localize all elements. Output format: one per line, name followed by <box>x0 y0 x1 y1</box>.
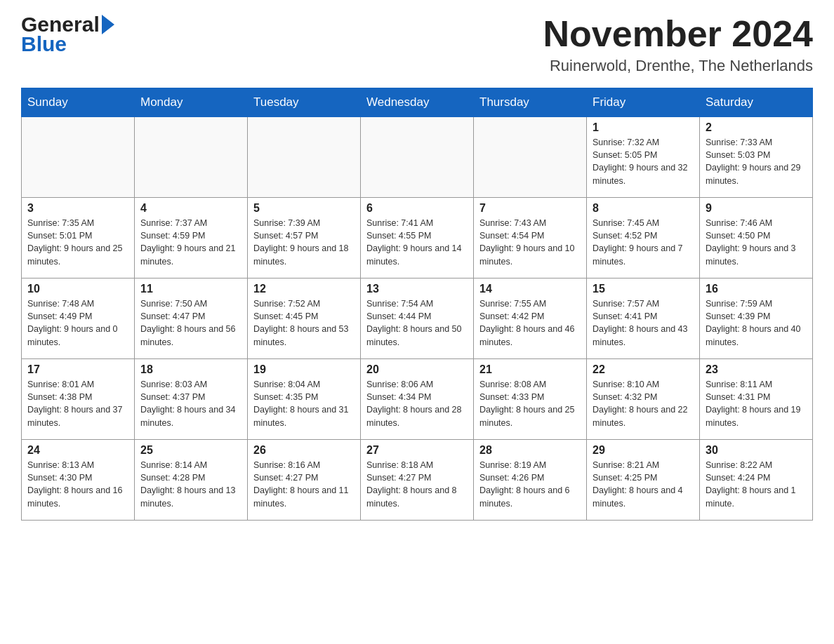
day-info: Sunrise: 8:18 AMSunset: 4:27 PMDaylight:… <box>366 459 468 510</box>
day-info: Sunrise: 7:45 AMSunset: 4:52 PMDaylight:… <box>593 217 694 268</box>
calendar-cell: 5Sunrise: 7:39 AMSunset: 4:57 PMDaylight… <box>248 198 361 279</box>
day-info: Sunrise: 8:13 AMSunset: 4:30 PMDaylight:… <box>27 459 128 510</box>
day-info: Sunrise: 7:37 AMSunset: 4:59 PMDaylight:… <box>140 217 241 268</box>
calendar-cell: 7Sunrise: 7:43 AMSunset: 4:54 PMDaylight… <box>474 198 587 279</box>
weekday-header-monday: Monday <box>135 88 248 117</box>
weekday-header-saturday: Saturday <box>700 88 813 117</box>
day-info: Sunrise: 7:50 AMSunset: 4:47 PMDaylight:… <box>140 297 241 349</box>
day-info: Sunrise: 7:59 AMSunset: 4:39 PMDaylight:… <box>706 297 807 349</box>
calendar-table: SundayMondayTuesdayWednesdayThursdayFrid… <box>21 88 813 521</box>
day-number: 2 <box>706 121 807 134</box>
calendar-cell: 1Sunrise: 7:32 AMSunset: 5:05 PMDaylight… <box>587 117 700 198</box>
day-number: 23 <box>706 363 807 376</box>
day-number: 12 <box>253 283 355 295</box>
calendar-cell <box>248 117 361 198</box>
weekday-header-row: SundayMondayTuesdayWednesdayThursdayFrid… <box>22 88 813 117</box>
day-number: 3 <box>27 202 128 215</box>
calendar-cell: 27Sunrise: 8:18 AMSunset: 4:27 PMDayligh… <box>361 440 474 521</box>
day-number: 29 <box>593 444 694 457</box>
day-number: 1 <box>593 121 694 134</box>
day-number: 13 <box>366 283 468 295</box>
header: General Blue November 2024 Ruinerwold, D… <box>21 14 813 75</box>
day-info: Sunrise: 8:11 AMSunset: 4:31 PMDaylight:… <box>706 378 807 429</box>
calendar-cell: 4Sunrise: 7:37 AMSunset: 4:59 PMDaylight… <box>135 198 248 279</box>
day-info: Sunrise: 7:52 AMSunset: 4:45 PMDaylight:… <box>253 297 355 349</box>
day-number: 4 <box>140 202 241 215</box>
calendar-cell <box>22 117 135 198</box>
day-info: Sunrise: 8:08 AMSunset: 4:33 PMDaylight:… <box>479 378 581 429</box>
day-number: 7 <box>479 202 581 215</box>
calendar-cell: 18Sunrise: 8:03 AMSunset: 4:37 PMDayligh… <box>135 359 248 440</box>
weekday-header-tuesday: Tuesday <box>248 88 361 117</box>
calendar-cell: 11Sunrise: 7:50 AMSunset: 4:47 PMDayligh… <box>135 279 248 359</box>
calendar-cell: 26Sunrise: 8:16 AMSunset: 4:27 PMDayligh… <box>248 440 361 521</box>
day-info: Sunrise: 7:32 AMSunset: 5:05 PMDaylight:… <box>593 136 694 187</box>
day-number: 6 <box>366 202 468 215</box>
day-info: Sunrise: 8:14 AMSunset: 4:28 PMDaylight:… <box>140 459 241 510</box>
week-row-4: 17Sunrise: 8:01 AMSunset: 4:38 PMDayligh… <box>22 359 813 440</box>
calendar-cell: 23Sunrise: 8:11 AMSunset: 4:31 PMDayligh… <box>700 359 813 440</box>
day-number: 30 <box>706 444 807 457</box>
day-info: Sunrise: 7:46 AMSunset: 4:50 PMDaylight:… <box>706 217 807 268</box>
day-info: Sunrise: 8:19 AMSunset: 4:26 PMDaylight:… <box>479 459 581 510</box>
day-info: Sunrise: 7:55 AMSunset: 4:42 PMDaylight:… <box>479 297 581 349</box>
calendar-cell: 20Sunrise: 8:06 AMSunset: 4:34 PMDayligh… <box>361 359 474 440</box>
week-row-1: 1Sunrise: 7:32 AMSunset: 5:05 PMDaylight… <box>22 117 813 198</box>
day-number: 14 <box>479 283 581 295</box>
weekday-header-wednesday: Wednesday <box>361 88 474 117</box>
day-number: 18 <box>140 363 241 376</box>
day-info: Sunrise: 7:54 AMSunset: 4:44 PMDaylight:… <box>366 297 468 349</box>
logo-blue-text: Blue <box>21 32 114 56</box>
weekday-header-thursday: Thursday <box>474 88 587 117</box>
day-number: 28 <box>479 444 581 457</box>
day-info: Sunrise: 7:41 AMSunset: 4:55 PMDaylight:… <box>366 217 468 268</box>
logo-arrow-icon <box>102 15 114 34</box>
calendar-cell <box>361 117 474 198</box>
calendar-cell: 6Sunrise: 7:41 AMSunset: 4:55 PMDaylight… <box>361 198 474 279</box>
calendar-cell: 3Sunrise: 7:35 AMSunset: 5:01 PMDaylight… <box>22 198 135 279</box>
day-number: 10 <box>27 283 128 295</box>
calendar-cell: 17Sunrise: 8:01 AMSunset: 4:38 PMDayligh… <box>22 359 135 440</box>
day-number: 8 <box>593 202 694 215</box>
calendar-cell: 19Sunrise: 8:04 AMSunset: 4:35 PMDayligh… <box>248 359 361 440</box>
day-info: Sunrise: 8:16 AMSunset: 4:27 PMDaylight:… <box>253 459 355 510</box>
day-info: Sunrise: 7:35 AMSunset: 5:01 PMDaylight:… <box>27 217 128 268</box>
day-number: 15 <box>593 283 694 295</box>
day-number: 16 <box>706 283 807 295</box>
week-row-3: 10Sunrise: 7:48 AMSunset: 4:49 PMDayligh… <box>22 279 813 359</box>
calendar-cell: 13Sunrise: 7:54 AMSunset: 4:44 PMDayligh… <box>361 279 474 359</box>
calendar-cell: 24Sunrise: 8:13 AMSunset: 4:30 PMDayligh… <box>22 440 135 521</box>
day-number: 19 <box>253 363 355 376</box>
calendar-cell: 12Sunrise: 7:52 AMSunset: 4:45 PMDayligh… <box>248 279 361 359</box>
day-info: Sunrise: 8:03 AMSunset: 4:37 PMDaylight:… <box>140 378 241 429</box>
week-row-2: 3Sunrise: 7:35 AMSunset: 5:01 PMDaylight… <box>22 198 813 279</box>
month-title: November 2024 <box>543 14 813 54</box>
logo: General Blue <box>21 14 114 56</box>
calendar-cell: 15Sunrise: 7:57 AMSunset: 4:41 PMDayligh… <box>587 279 700 359</box>
day-number: 5 <box>253 202 355 215</box>
day-info: Sunrise: 8:06 AMSunset: 4:34 PMDaylight:… <box>366 378 468 429</box>
calendar-cell: 28Sunrise: 8:19 AMSunset: 4:26 PMDayligh… <box>474 440 587 521</box>
day-number: 9 <box>706 202 807 215</box>
day-info: Sunrise: 8:10 AMSunset: 4:32 PMDaylight:… <box>593 378 694 429</box>
day-number: 22 <box>593 363 694 376</box>
day-info: Sunrise: 8:22 AMSunset: 4:24 PMDaylight:… <box>706 459 807 510</box>
week-row-5: 24Sunrise: 8:13 AMSunset: 4:30 PMDayligh… <box>22 440 813 521</box>
day-number: 25 <box>140 444 241 457</box>
calendar-cell <box>135 117 248 198</box>
day-info: Sunrise: 7:57 AMSunset: 4:41 PMDaylight:… <box>593 297 694 349</box>
day-number: 20 <box>366 363 468 376</box>
calendar-cell: 10Sunrise: 7:48 AMSunset: 4:49 PMDayligh… <box>22 279 135 359</box>
calendar-cell: 14Sunrise: 7:55 AMSunset: 4:42 PMDayligh… <box>474 279 587 359</box>
day-info: Sunrise: 7:48 AMSunset: 4:49 PMDaylight:… <box>27 297 128 349</box>
day-info: Sunrise: 7:43 AMSunset: 4:54 PMDaylight:… <box>479 217 581 268</box>
calendar-cell: 30Sunrise: 8:22 AMSunset: 4:24 PMDayligh… <box>700 440 813 521</box>
calendar-cell <box>474 117 587 198</box>
weekday-header-friday: Friday <box>587 88 700 117</box>
calendar-cell: 22Sunrise: 8:10 AMSunset: 4:32 PMDayligh… <box>587 359 700 440</box>
calendar-cell: 25Sunrise: 8:14 AMSunset: 4:28 PMDayligh… <box>135 440 248 521</box>
weekday-header-sunday: Sunday <box>22 88 135 117</box>
day-info: Sunrise: 8:04 AMSunset: 4:35 PMDaylight:… <box>253 378 355 429</box>
day-info: Sunrise: 7:39 AMSunset: 4:57 PMDaylight:… <box>253 217 355 268</box>
calendar-cell: 9Sunrise: 7:46 AMSunset: 4:50 PMDaylight… <box>700 198 813 279</box>
